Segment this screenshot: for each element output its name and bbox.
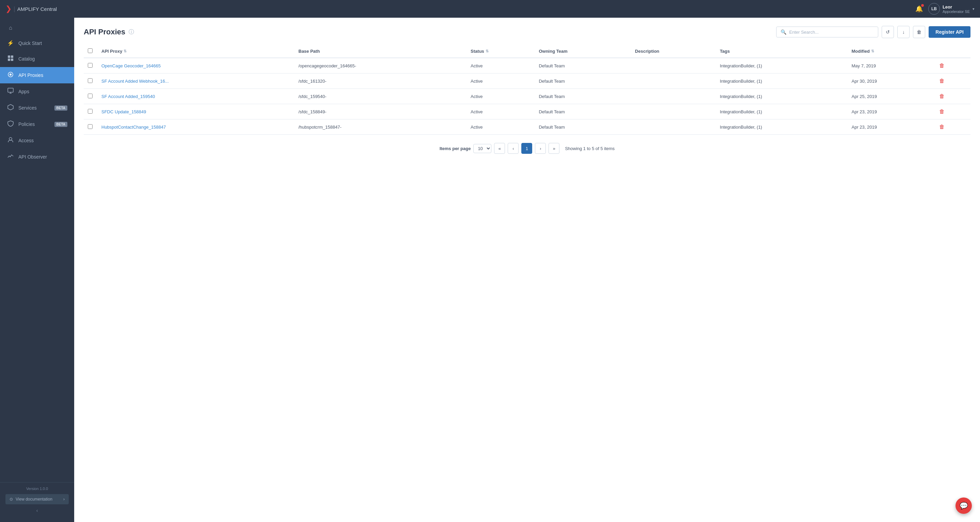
page-last-button[interactable]: » <box>549 143 559 154</box>
row-modified-cell: May 7, 2019 <box>848 58 935 73</box>
proxy-link[interactable]: SF Account Added_159540 <box>102 94 155 99</box>
th-api-proxy: API Proxy ⇅ <box>97 45 294 58</box>
chat-icon: 💬 <box>959 501 968 510</box>
row-status-cell: Active <box>466 104 535 119</box>
row-owning-team-cell: Default Team <box>535 104 631 119</box>
page-prev-button[interactable]: ‹ <box>508 143 519 154</box>
user-info: Leor Appcelerator SE <box>943 5 970 14</box>
sort-api-proxy[interactable]: API Proxy ⇅ <box>102 49 290 54</box>
row-checkbox[interactable] <box>88 124 92 129</box>
sort-modified[interactable]: Modified ⇅ <box>852 49 931 54</box>
bell-badge <box>921 4 924 7</box>
row-owning-team-cell: Default Team <box>535 73 631 89</box>
row-modified-cell: Apr 23, 2019 <box>848 119 935 135</box>
chat-bubble[interactable]: 💬 <box>956 498 972 514</box>
sidebar-item-catalog[interactable]: Catalog <box>0 51 74 67</box>
refresh-button[interactable]: ↺ <box>882 26 894 38</box>
page-title: API Proxies <box>84 27 125 37</box>
table-row: HubspotContactChange_158847 /hubspotcrm_… <box>84 119 970 135</box>
table-header: API Proxy ⇅ Base Path Status ⇅ <box>84 45 970 58</box>
top-header: ❯ | AMPLIFY Central 🔔 LB Leor Appcelerat… <box>0 0 980 18</box>
info-icon[interactable]: ⓘ <box>129 29 134 36</box>
row-description-cell <box>631 73 716 89</box>
user-dropdown-icon[interactable]: ▾ <box>972 7 975 11</box>
docs-circle-icon: ⊙ <box>10 497 13 501</box>
items-per-page-section: Items per page 10 25 50 <box>440 144 492 153</box>
page-title-section: API Proxies ⓘ <box>84 27 134 37</box>
row-delete-cell: 🗑 <box>935 58 970 73</box>
row-base-path-cell: /sfdc_158849- <box>294 104 466 119</box>
proxy-link[interactable]: HubspotContactChange_158847 <box>102 124 166 130</box>
th-actions <box>935 45 970 58</box>
svg-rect-3 <box>11 59 13 61</box>
delete-button[interactable]: 🗑 <box>913 26 925 38</box>
sidebar: ⌂ ⚡ Quick Start Catalog API Proxies <box>0 18 74 522</box>
row-description-cell <box>631 89 716 104</box>
collapse-icon: ‹ <box>37 508 38 513</box>
row-checkbox[interactable] <box>88 78 92 83</box>
delete-row-icon[interactable]: 🗑 <box>939 93 945 99</box>
header-left: ❯ | AMPLIFY Central <box>5 5 57 13</box>
collapse-sidebar-button[interactable]: ‹ <box>5 504 69 517</box>
sidebar-item-services[interactable]: Services BETA <box>0 100 74 116</box>
user-section[interactable]: LB Leor Appcelerator SE ▾ <box>928 3 975 14</box>
row-tags-cell: IntegrationBuilder, (1) <box>716 104 847 119</box>
delete-row-icon[interactable]: 🗑 <box>939 108 945 115</box>
sidebar-label-access: Access <box>18 138 67 143</box>
th-base-path: Base Path <box>294 45 466 58</box>
row-description-cell <box>631 104 716 119</box>
per-page-select[interactable]: 10 25 50 <box>473 144 492 153</box>
sidebar-item-policies[interactable]: Policies BETA <box>0 116 74 132</box>
row-name-cell: SF Account Added Webhook_16... <box>97 73 294 89</box>
api-observer-icon <box>7 153 14 161</box>
row-delete-cell: 🗑 <box>935 89 970 104</box>
pagination-area: Items per page 10 25 50 « ‹ 1 › » Showin… <box>84 143 970 154</box>
th-description-label: Description <box>635 49 659 54</box>
table-row: SF Account Added_159540 /sfdc_159540- Ac… <box>84 89 970 104</box>
proxy-link[interactable]: SF Account Added Webhook_16... <box>102 79 169 84</box>
catalog-icon <box>7 55 14 63</box>
sidebar-item-home[interactable]: ⌂ <box>0 21 74 35</box>
search-icon: 🔍 <box>781 29 786 35</box>
sort-status[interactable]: Status ⇅ <box>471 49 530 54</box>
row-modified-cell: Apr 23, 2019 <box>848 104 935 119</box>
sidebar-nav: ⌂ ⚡ Quick Start Catalog API Proxies <box>0 18 74 482</box>
sidebar-item-api-proxies[interactable]: API Proxies <box>0 67 74 83</box>
select-all-checkbox[interactable] <box>88 48 92 53</box>
page-1-button[interactable]: 1 <box>521 143 532 154</box>
row-base-path-cell: /opencagegeocoder_164665- <box>294 58 466 73</box>
items-per-page-label: Items per page <box>440 146 471 151</box>
view-docs-button[interactable]: ⊙ View documentation › <box>5 494 69 504</box>
services-beta-badge: BETA <box>54 105 67 111</box>
row-checkbox[interactable] <box>88 109 92 114</box>
th-description: Description <box>631 45 716 58</box>
notification-bell[interactable]: 🔔 <box>915 5 923 13</box>
page-next-button[interactable]: › <box>535 143 546 154</box>
api-proxies-icon <box>7 72 14 79</box>
row-base-path-cell: /hubspotcrm_158847- <box>294 119 466 135</box>
th-tags: Tags <box>716 45 847 58</box>
page-first-button[interactable]: « <box>494 143 505 154</box>
delete-row-icon[interactable]: 🗑 <box>939 78 945 84</box>
sidebar-item-apps[interactable]: Apps <box>0 83 74 100</box>
sort-status-icon: ⇅ <box>485 49 488 53</box>
sidebar-item-quick-start[interactable]: ⚡ Quick Start <box>0 35 74 51</box>
delete-row-icon[interactable]: 🗑 <box>939 124 945 130</box>
proxy-link[interactable]: OpenCage Geocoder_164665 <box>102 63 161 68</box>
access-icon <box>7 137 14 144</box>
row-status-cell: Active <box>466 119 535 135</box>
row-checkbox[interactable] <box>88 63 92 68</box>
sort-button[interactable]: ↓ <box>897 26 910 38</box>
register-api-button[interactable]: Register API <box>929 26 970 38</box>
sidebar-footer: Version 1.0.0 ⊙ View documentation › ‹ <box>0 482 74 522</box>
row-description-cell <box>631 119 716 135</box>
policies-beta-badge: BETA <box>54 122 67 127</box>
sidebar-item-api-observer[interactable]: API Observer <box>0 149 74 165</box>
row-checkbox[interactable] <box>88 94 92 98</box>
th-status-label: Status <box>471 49 484 54</box>
sidebar-item-access[interactable]: Access <box>0 132 74 149</box>
search-box: 🔍 <box>776 27 878 37</box>
proxy-link[interactable]: SFDC Update_158849 <box>102 109 146 115</box>
delete-row-icon[interactable]: 🗑 <box>939 63 945 68</box>
search-input[interactable] <box>789 30 874 35</box>
